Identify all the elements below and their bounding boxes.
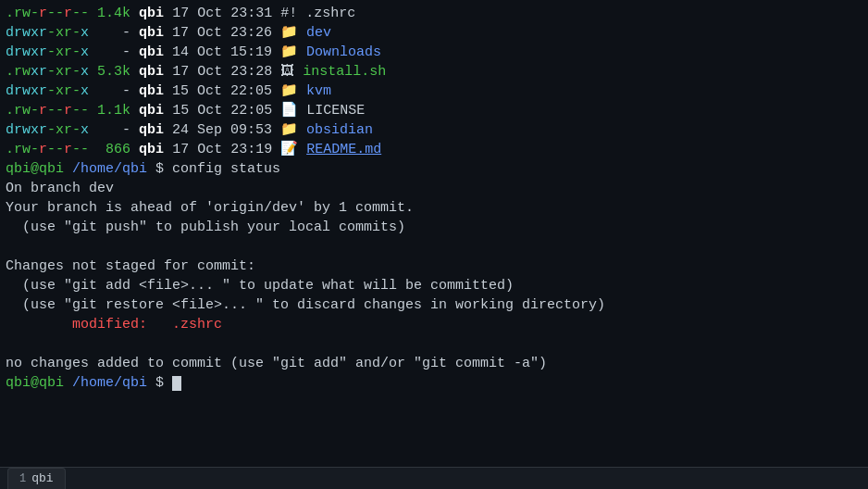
prompt-line-2[interactable]: qbi@qbi /home/qbi $ xyxy=(6,373,862,393)
terminal: .rw-r--r-- 1.4k qbi 17 Oct 23:31 #! .zsh… xyxy=(0,0,868,470)
tab-number: 1 xyxy=(19,472,26,485)
git-blank-2 xyxy=(6,334,862,354)
tab-label: qbi xyxy=(31,471,53,485)
git-no-changes: no changes added to commit (use "git add… xyxy=(6,354,862,373)
git-modified-line: modified: .zshrc xyxy=(6,315,862,334)
file-line-kvm: drwxr-xr-x - qbi 15 Oct 22:05 📁 kvm xyxy=(6,82,862,101)
file-line-install: .rwxr-xr-x 5.3k qbi 17 Oct 23:28 🖼 insta… xyxy=(6,62,862,82)
git-restore-hint: (use "git restore <file>... " to discard… xyxy=(6,295,862,315)
prompt-line-1: qbi@qbi /home/qbi $ config status xyxy=(6,159,862,179)
git-add-hint: (use "git add <file>... " to update what… xyxy=(6,276,862,295)
tab-bar: 1qbi xyxy=(0,467,868,489)
terminal-cursor xyxy=(172,376,181,391)
git-not-staged: Changes not staged for commit: xyxy=(6,257,862,276)
file-line-dev: drwxr-xr-x - qbi 17 Oct 23:26 📁 dev xyxy=(6,23,862,43)
git-branch-line: On branch dev xyxy=(6,179,862,198)
file-line-zshrc: .rw-r--r-- 1.4k qbi 17 Oct 23:31 #! .zsh… xyxy=(6,4,862,23)
git-push-hint: (use "git push" to publish your local co… xyxy=(6,218,862,237)
tab-1[interactable]: 1qbi xyxy=(7,468,66,489)
file-line-readme: .rw-r--r-- 866 qbi 17 Oct 23:19 📝 README… xyxy=(6,140,862,159)
git-blank-1 xyxy=(6,237,862,257)
git-ahead-line: Your branch is ahead of 'origin/dev' by … xyxy=(6,198,862,218)
file-line-obsidian: drwxr-xr-x - qbi 24 Sep 09:53 📁 obsidian xyxy=(6,120,862,140)
file-line-downloads: drwxr-xr-x - qbi 14 Oct 15:19 📁 Download… xyxy=(6,43,862,62)
file-line-license: .rw-r--r-- 1.1k qbi 15 Oct 22:05 📄 LICEN… xyxy=(6,101,862,120)
